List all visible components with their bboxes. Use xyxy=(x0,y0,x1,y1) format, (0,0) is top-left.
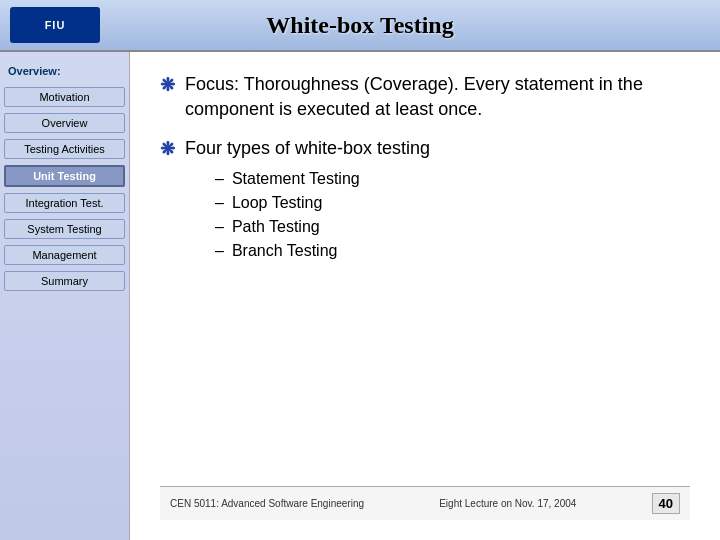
sidebar-item-testing-activities[interactable]: Testing Activities xyxy=(4,139,125,159)
content-area: ❋ Focus: Thoroughness (Coverage). Every … xyxy=(130,52,720,540)
sidebar-label: Overview: xyxy=(0,62,129,80)
sidebar-item-system-testing[interactable]: System Testing xyxy=(4,219,125,239)
page-title: White-box Testing xyxy=(266,12,453,39)
bullet-text-2: Four types of white-box testing xyxy=(185,136,430,161)
sub-text-2: Loop Testing xyxy=(232,194,322,212)
content-body: ❋ Focus: Thoroughness (Coverage). Every … xyxy=(160,72,690,486)
fiu-logo: FIU xyxy=(10,7,100,43)
footer-left: CEN 5011: Advanced Software Engineering xyxy=(170,498,364,509)
sidebar-item-overview[interactable]: Overview xyxy=(4,113,125,133)
sub-list: – Statement Testing – Loop Testing – Pat… xyxy=(215,170,430,260)
sidebar-item-summary[interactable]: Summary xyxy=(4,271,125,291)
sidebar-item-management[interactable]: Management xyxy=(4,245,125,265)
bullet-icon-2: ❋ xyxy=(160,138,175,160)
header: FIU White-box Testing xyxy=(0,0,720,52)
sidebar: Overview: Motivation Overview Testing Ac… xyxy=(0,52,130,540)
bullet-icon-1: ❋ xyxy=(160,74,175,96)
logo-area: FIU xyxy=(10,7,100,43)
dash-2: – xyxy=(215,194,224,212)
footer-right: Eight Lecture on Nov. 17, 2004 xyxy=(439,498,576,509)
list-item: – Branch Testing xyxy=(215,242,430,260)
bullet-row-2: ❋ Four types of white-box testing – Stat… xyxy=(160,136,690,265)
logo-text: FIU xyxy=(45,19,66,31)
dash-4: – xyxy=(215,242,224,260)
bullet-text-1: Focus: Thoroughness (Coverage). Every st… xyxy=(185,72,690,122)
list-item: – Path Testing xyxy=(215,218,430,236)
sidebar-item-motivation[interactable]: Motivation xyxy=(4,87,125,107)
sub-text-1: Statement Testing xyxy=(232,170,360,188)
dash-1: – xyxy=(215,170,224,188)
sidebar-item-unit-testing[interactable]: Unit Testing xyxy=(4,165,125,187)
list-item: – Loop Testing xyxy=(215,194,430,212)
dash-3: – xyxy=(215,218,224,236)
footer-page-number: 40 xyxy=(652,493,680,514)
main-container: Overview: Motivation Overview Testing Ac… xyxy=(0,52,720,540)
list-item: – Statement Testing xyxy=(215,170,430,188)
sidebar-item-integration-test[interactable]: Integration Test. xyxy=(4,193,125,213)
sub-text-3: Path Testing xyxy=(232,218,320,236)
footer: CEN 5011: Advanced Software Engineering … xyxy=(160,486,690,520)
bullet-row-1: ❋ Focus: Thoroughness (Coverage). Every … xyxy=(160,72,690,122)
sub-text-4: Branch Testing xyxy=(232,242,338,260)
